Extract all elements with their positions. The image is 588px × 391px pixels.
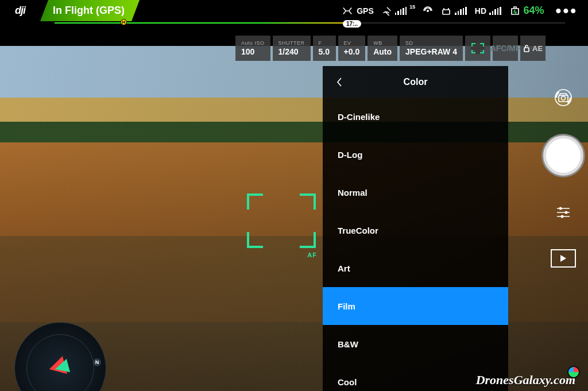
aircraft-icon[interactable]: GPS [341, 6, 374, 16]
autofocus-box[interactable]: AF [247, 193, 316, 248]
focus-brackets-icon [471, 43, 484, 53]
satellite-count: 15 [409, 4, 415, 10]
color-option-b-w[interactable]: B&W [323, 325, 508, 363]
play-icon [560, 255, 566, 262]
aperture-readout[interactable]: F 5.0 [313, 36, 336, 61]
rc-signal[interactable] [423, 6, 432, 16]
svg-rect-2 [524, 48, 529, 52]
photo-video-switch[interactable] [552, 86, 575, 109]
svg-point-7 [565, 211, 568, 214]
iso-readout[interactable]: Auto ISO 100 [235, 36, 270, 61]
camera-settings-strip: Auto ISO 100 SHUTTER 1/240 F 5.0 EV +0.0… [235, 36, 588, 61]
sliders-icon [555, 204, 572, 221]
dji-logo: dji [0, 0, 40, 21]
ae-lock-button[interactable]: AE [520, 36, 546, 61]
controller-bars-icon [455, 7, 467, 15]
hd-signal[interactable]: HD [475, 6, 501, 16]
north-indicator: N [93, 358, 101, 366]
playback-button[interactable] [551, 249, 576, 268]
hd-bars-icon [489, 7, 501, 15]
home-marker: H [121, 19, 127, 25]
color-options-list: D-CinelikeD-LogNormalTrueColorArtFilmB&W… [323, 98, 508, 391]
svg-point-6 [559, 207, 562, 210]
battery-indicator[interactable]: 64% [509, 5, 544, 17]
color-option-d-log[interactable]: D-Log [323, 136, 508, 173]
svg-point-8 [561, 215, 564, 218]
color-option-film[interactable]: Film [323, 287, 508, 325]
satellite-bars-icon [395, 7, 407, 15]
svg-rect-1 [443, 10, 450, 14]
format-readout[interactable]: SD JPEG+RAW 4 [400, 36, 463, 61]
more-menu-button[interactable]: ••• [556, 2, 578, 20]
color-settings-panel: Color D-CinelikeD-LogNormalTrueColorArtF… [323, 66, 508, 391]
af-label: AF [307, 251, 317, 258]
svg-point-5 [562, 96, 566, 100]
watermark: DronesGalaxy.com [476, 373, 575, 388]
panel-title: Color [404, 77, 428, 87]
camera-swap-icon [553, 87, 574, 108]
color-option-normal[interactable]: Normal [323, 173, 508, 211]
wb-readout[interactable]: WB Auto [368, 36, 397, 61]
flight-status-chip[interactable]: In Flight (GPS) [40, 0, 140, 21]
radar-home-arrow [53, 359, 70, 375]
battery-pct: 64% [524, 5, 544, 17]
back-button[interactable] [331, 66, 348, 98]
battery-timeline: H 17:.. [0, 21, 588, 27]
svg-point-0 [427, 10, 429, 12]
gps-label: GPS [357, 6, 374, 16]
focus-mode-button[interactable] [465, 36, 490, 61]
camera-settings-button[interactable] [553, 202, 574, 223]
shutter-button[interactable] [543, 136, 583, 176]
ev-readout[interactable]: EV +0.0 [338, 36, 366, 61]
lock-icon [523, 44, 530, 52]
remaining-time: 17:.. [343, 20, 361, 28]
chevron-left-icon [335, 76, 343, 88]
satellite-signal[interactable]: 15 [382, 6, 416, 16]
af-mf-toggle[interactable]: AFC/MF [493, 36, 518, 61]
color-option-truecolor[interactable]: TrueColor [323, 211, 508, 249]
panel-header: Color [323, 66, 508, 98]
shutter-readout[interactable]: SHUTTER 1/240 [273, 36, 311, 61]
top-status-bar: dji In Flight (GPS) GPS 15 HD 64% ••• [0, 0, 588, 21]
hd-label: HD [475, 6, 486, 16]
color-option-d-cinelike[interactable]: D-Cinelike [323, 98, 508, 136]
color-option-art[interactable]: Art [323, 249, 508, 287]
right-control-rail [539, 86, 588, 268]
controller-signal[interactable] [440, 6, 467, 16]
